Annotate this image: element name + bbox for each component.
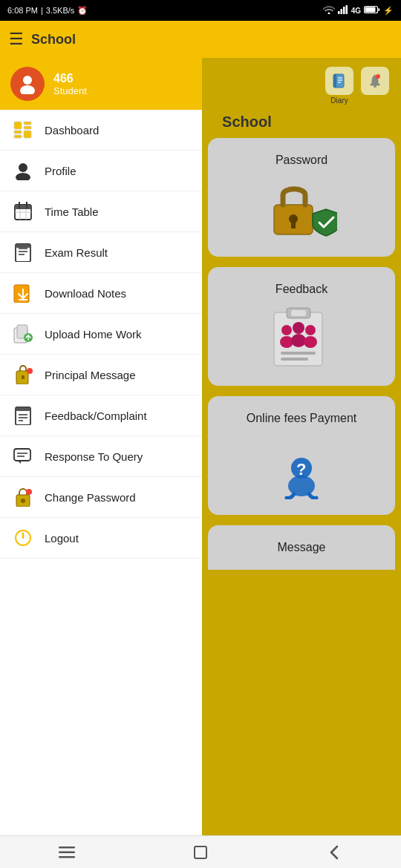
sidebar-item-changepassword[interactable]: Change Password [0,477,202,518]
svg-point-63 [281,325,292,335]
svg-rect-75 [59,851,75,853]
notification-button[interactable] [361,67,389,105]
svg-rect-12 [14,135,22,138]
svg-rect-43 [14,449,30,461]
sidebar-item-feedbackcomplaint[interactable]: Feedback/Complaint [0,395,202,436]
onlinefees-card[interactable]: Online fees Payment ? [208,396,395,515]
sidebar-item-responsetoquery[interactable]: Response To Query [0,436,202,477]
dashboard-label: Dashboard [45,124,99,137]
dashboard-icon [12,119,34,141]
changepassword-label: Change Password [45,491,136,504]
content-area: Diary School Password [202,58,401,835]
svg-rect-69 [281,352,316,355]
feedback-card-image [264,303,339,370]
status-speed: | [41,6,43,15]
sidebar-item-timetable[interactable]: Time Table [0,191,202,232]
profile-label: Profile [45,165,76,177]
svg-rect-62 [291,310,306,316]
diary-icon [325,67,353,95]
examresult-label: Exam Result [45,246,108,259]
hamburger-icon[interactable]: ☰ [9,30,24,49]
svg-point-65 [293,322,304,334]
svg-rect-2 [343,7,345,14]
header-title: School [31,32,392,47]
password-card-title: Password [276,154,327,167]
school-label: School [208,111,395,138]
svg-rect-1 [340,9,342,14]
bottom-back-button[interactable] [312,836,356,869]
sidebar-item-logout[interactable]: Logout [0,518,202,559]
message-card-partial[interactable]: Message [208,525,395,570]
password-card-image [264,174,339,241]
main-layout: 466 Student DashboardProfileTime TableEx… [0,58,401,835]
sidebar-item-profile[interactable]: Profile [0,151,202,191]
svg-point-47 [21,499,25,503]
password-card[interactable]: Password [208,138,395,257]
downloadnotes-label: Download Notes [45,287,126,300]
sidebar-item-uploadhomework[interactable]: Upload Home Work [0,314,202,355]
svg-rect-51 [333,74,336,88]
bottom-menu-button[interactable] [45,836,89,869]
status-right: 4G ⚡ [323,5,394,16]
uploadhomework-label: Upload Home Work [45,328,142,341]
sidebar-item-dashboard[interactable]: Dashboard [0,110,202,151]
bottom-home-button[interactable] [178,836,223,869]
feedbackcomplaint-icon [12,404,34,427]
changepassword-icon [12,486,34,508]
sidebar-item-examresult[interactable]: Exam Result [0,232,202,273]
4g-icon: 4G [351,7,361,15]
message-card-title: Message [278,541,326,554]
svg-point-67 [305,325,316,335]
sidebar-item-downloadnotes[interactable]: Download Notes [0,273,202,314]
top-actions: Diary [208,64,395,111]
menu-container: DashboardProfileTime TableExam ResultDow… [0,110,202,559]
status-alarm: ⏰ [77,6,88,16]
svg-rect-59 [291,221,296,228]
status-time: 6:08 PM [7,6,38,15]
svg-point-7 [20,85,35,94]
svg-rect-76 [59,856,75,858]
svg-rect-10 [24,126,31,129]
diary-label: Diary [330,96,348,105]
svg-rect-39 [16,407,30,411]
sidebar-user-header: 466 Student [0,58,202,110]
logout-label: Logout [45,532,79,545]
downloadnotes-icon [12,282,34,304]
svg-point-15 [16,173,30,180]
svg-text:?: ? [296,460,306,479]
feedback-card-title: Feedback [276,283,327,296]
timetable-label: Time Table [45,206,99,218]
svg-rect-13 [24,131,31,138]
timetable-icon [12,200,34,223]
svg-rect-36 [22,375,25,379]
svg-rect-3 [345,5,348,14]
principalmessage-label: Principal Message [45,369,136,381]
svg-point-71 [288,476,315,496]
svg-rect-8 [14,122,22,129]
onlinefees-card-title: Online fees Payment [247,412,357,425]
onlinefees-card-image: ? [264,433,339,499]
svg-point-56 [376,74,380,79]
svg-point-48 [26,489,32,495]
status-bar: 6:08 PM | 3.5KB/s ⏰ 4G [0,0,401,21]
feedback-card[interactable]: Feedback [208,267,395,386]
svg-rect-70 [281,358,308,361]
svg-rect-5 [365,7,376,13]
notification-icon [361,67,389,95]
app-header: ☰ School [0,21,401,58]
sidebar-item-principalmessage[interactable]: Principal Message [0,355,202,395]
user-info: 466 Student [53,72,87,96]
bottom-nav [0,835,401,868]
user-role: Student [53,85,87,96]
diary-button[interactable]: Diary [325,67,353,105]
user-id: 466 [53,72,87,85]
status-left: 6:08 PM | 3.5KB/s ⏰ [7,6,88,16]
svg-rect-11 [14,131,22,134]
svg-point-66 [291,334,306,347]
principalmessage-icon [12,364,34,386]
svg-point-14 [19,163,27,172]
svg-point-68 [304,336,317,348]
examresult-icon [12,241,34,263]
profile-icon [12,160,34,182]
svg-rect-77 [195,846,206,858]
